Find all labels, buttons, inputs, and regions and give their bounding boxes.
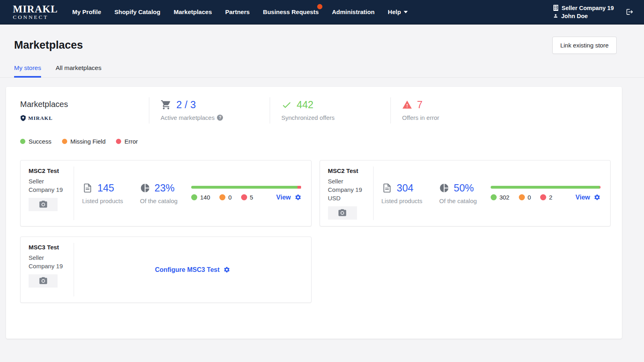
offer-status-bar [491, 186, 601, 189]
mirakl-shield-icon [20, 115, 26, 121]
company-switcher[interactable]: Seller Company 19 [553, 5, 614, 11]
status-legend: Success Missing Field Error [20, 138, 622, 145]
store-name: MSC3 Test [29, 243, 66, 251]
chevron-down-icon [404, 11, 408, 13]
nav-marketplaces[interactable]: Marketplaces [173, 8, 212, 15]
catalog-percent-value: 23% [155, 182, 175, 194]
success-dot-icon [491, 194, 497, 200]
document-icon [382, 183, 392, 193]
store-cards-grid: MSC2 Test Seller Company 19 145 Listed p… [20, 160, 611, 303]
tab-all-marketplaces[interactable]: All marketplaces [56, 64, 101, 78]
divider [373, 167, 374, 220]
cart-icon [161, 99, 171, 110]
page-title: Marketplaces [14, 39, 83, 51]
divider [74, 167, 74, 220]
nav-administration[interactable]: Administration [332, 8, 375, 15]
synchronized-offers-value: 442 [297, 99, 314, 111]
error-dot-icon [241, 194, 247, 200]
summary-header: Marketplaces MIRAKL 2 / 3 Active marketp… [6, 97, 622, 123]
listed-products-value: 145 [97, 182, 114, 194]
offer-status-bar [191, 186, 301, 189]
divider [74, 243, 74, 296]
gear-icon [295, 194, 301, 201]
offers-in-error-value: 7 [417, 99, 423, 111]
success-dot-icon [20, 139, 25, 144]
view-store-link[interactable]: View [276, 194, 301, 201]
error-dot-icon [116, 139, 121, 144]
stat-active-marketplaces: 2 / 3 Active marketplaces ? [149, 97, 270, 123]
logo-line1: MIRAKL [13, 4, 58, 14]
catalog-percent-stat: 50% Of the catalog [439, 182, 477, 204]
camera-icon [39, 276, 48, 286]
store-card-msc3-test: MSC3 Test Seller Company 19 Configure MS… [20, 237, 312, 303]
tab-my-stores[interactable]: My stores [14, 64, 41, 78]
store-card-msc2-test: MSC2 Test Seller Company 19 145 Listed p… [20, 160, 312, 226]
catalog-percent-value: 50% [454, 182, 474, 194]
legend-error: Error [116, 138, 138, 145]
building-icon [553, 5, 559, 11]
missing-field-dot-icon [62, 139, 67, 144]
gear-icon [594, 194, 601, 201]
store-company: Seller Company 19 [29, 177, 66, 194]
brand-badge-label: MIRAKL [28, 115, 53, 121]
logout-button[interactable] [626, 8, 634, 16]
success-count: 140 [191, 194, 210, 201]
document-icon [82, 183, 93, 193]
configure-store-link[interactable]: Configure MSC3 Test [155, 266, 230, 274]
summary-title: Marketplaces [20, 100, 149, 109]
link-existing-store-button[interactable]: Link existing store [552, 37, 617, 54]
check-icon [281, 100, 292, 110]
notification-dot [317, 4, 322, 9]
company-name: Seller Company 19 [561, 5, 614, 11]
top-nav-bar: MIRAKL CONNECT My Profile Shopify Catalo… [0, 0, 644, 25]
offers-in-error-label: Offers in error [402, 114, 439, 121]
legend-success: Success [20, 138, 52, 145]
camera-icon [39, 200, 48, 209]
stat-synchronized-offers: 442 Synchronized offers [270, 97, 390, 123]
mirakl-connect-logo[interactable]: MIRAKL CONNECT [13, 4, 58, 20]
store-name: MSC2 Test [29, 167, 66, 175]
person-icon [553, 13, 558, 19]
store-name: MSC2 Test [328, 167, 365, 175]
store-tabs: My stores All marketplaces [0, 64, 644, 78]
stat-offers-in-error: 7 Offers in error [390, 97, 511, 123]
store-logo-placeholder [29, 274, 58, 288]
catalog-percent-stat: 23% Of the catalog [140, 182, 178, 204]
logout-icon [626, 8, 634, 16]
missing-field-dot-icon [519, 194, 525, 200]
store-card-msc2-test-usd: MSC2 Test Seller Company 19 USD 304 List… [320, 160, 611, 226]
main-nav: My Profile Shopify Catalog Marketplaces … [72, 8, 408, 15]
camera-icon [338, 208, 347, 218]
warning-icon [402, 100, 412, 110]
synchronized-offers-label: Synchronized offers [281, 114, 334, 121]
store-company: Seller Company 19 [29, 253, 66, 270]
listed-products-stat: 304 Listed products [382, 182, 423, 204]
mirakl-brand-badge: MIRAKL [20, 115, 149, 121]
error-dot-icon [540, 194, 546, 200]
success-count: 302 [491, 194, 510, 201]
help-icon[interactable]: ? [217, 115, 223, 121]
pie-chart-icon [439, 183, 449, 193]
user-name: John Doe [561, 13, 588, 19]
error-count: 2 [540, 194, 552, 201]
legend-missing-field: Missing Field [62, 138, 106, 145]
nav-business-requests[interactable]: Business Requests [263, 8, 318, 15]
success-dot-icon [191, 194, 197, 200]
user-menu[interactable]: John Doe [553, 13, 614, 19]
missing-count: 0 [219, 194, 231, 201]
pie-chart-icon [140, 183, 150, 193]
nav-my-profile[interactable]: My Profile [72, 8, 101, 15]
store-logo-placeholder [328, 206, 357, 220]
active-marketplaces-label: Active marketplaces [161, 114, 215, 121]
gear-icon [223, 266, 230, 273]
active-marketplaces-value: 2 / 3 [176, 99, 196, 111]
listed-products-stat: 145 Listed products [82, 182, 123, 204]
logo-line2: CONNECT [13, 14, 58, 20]
nav-shopify-catalog[interactable]: Shopify Catalog [114, 8, 160, 15]
listed-products-value: 304 [397, 182, 414, 194]
store-logo-placeholder [29, 198, 58, 211]
nav-help[interactable]: Help [388, 8, 408, 15]
store-company: Seller Company 19 USD [328, 177, 365, 202]
nav-partners[interactable]: Partners [225, 8, 250, 15]
view-store-link[interactable]: View [576, 194, 601, 201]
